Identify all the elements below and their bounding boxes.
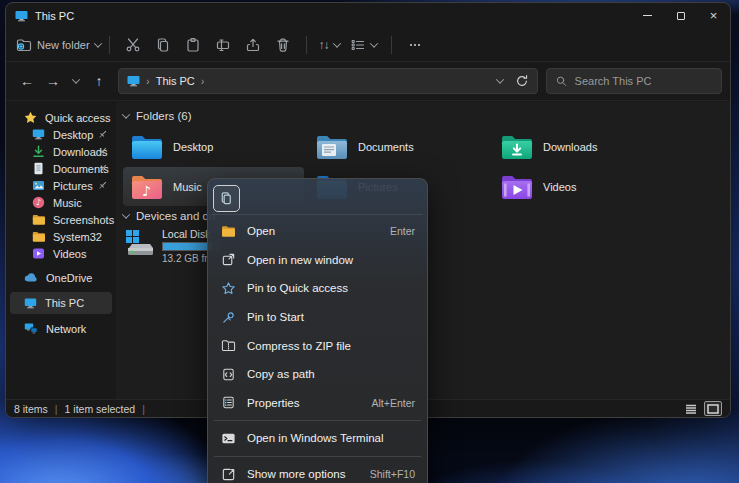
maximize-button[interactable] bbox=[664, 3, 697, 28]
folder-tile-downloads[interactable]: Downloads bbox=[493, 127, 674, 166]
rename-icon bbox=[215, 37, 231, 53]
pictures-icon bbox=[32, 179, 45, 192]
paste-icon bbox=[185, 37, 201, 53]
sidebar-item-quick-access[interactable]: Quick access bbox=[6, 109, 116, 126]
sidebar-item-onedrive[interactable]: OneDrive bbox=[6, 269, 116, 286]
recent-locations-button[interactable] bbox=[66, 68, 86, 94]
this-pc-icon bbox=[24, 297, 37, 310]
desktop: { "colors": { "accent": "#4cc2ff", "prog… bbox=[0, 0, 739, 483]
cut-button[interactable] bbox=[118, 32, 148, 58]
back-button[interactable]: ← bbox=[14, 68, 40, 94]
large-icons-view-button[interactable] bbox=[704, 401, 722, 416]
share-button[interactable] bbox=[238, 32, 268, 58]
new-folder-button[interactable]: New folder bbox=[16, 37, 101, 53]
refresh-icon[interactable] bbox=[515, 74, 529, 88]
sidebar-item-network[interactable]: Network bbox=[6, 320, 116, 337]
pin-icon bbox=[97, 129, 108, 140]
chevron-down-icon bbox=[369, 39, 377, 47]
menu-item-open[interactable]: Open Enter bbox=[212, 217, 423, 246]
search-box[interactable] bbox=[546, 68, 722, 94]
folders-section-header[interactable]: Folders (6) bbox=[123, 110, 192, 122]
command-bar: New folder ↑↓ bbox=[6, 28, 730, 62]
menu-item-open-windows-terminal[interactable]: Open in Windows Terminal bbox=[212, 424, 423, 453]
blue-folder-icon bbox=[131, 133, 163, 160]
sidebar-item-screenshots[interactable]: Screenshots bbox=[6, 211, 116, 228]
sidebar-item-this-pc[interactable]: This PC bbox=[10, 292, 112, 314]
window-title: This PC bbox=[35, 10, 74, 22]
toolbar-divider bbox=[391, 36, 392, 54]
delete-button[interactable] bbox=[268, 32, 298, 58]
chevron-down-icon bbox=[72, 75, 80, 83]
open-folder-icon bbox=[221, 224, 236, 239]
address-dropdown-chevron[interactable] bbox=[496, 75, 504, 83]
menu-item-show-more-options[interactable]: Show more options Shift+F10 bbox=[212, 460, 423, 483]
folder-tile-documents[interactable]: Documents bbox=[308, 127, 489, 166]
menu-item-compress-zip[interactable]: Compress to ZIP file bbox=[212, 331, 423, 360]
minimize-button[interactable] bbox=[631, 3, 664, 28]
details-view-icon bbox=[685, 404, 697, 414]
sort-button[interactable]: ↑↓ bbox=[319, 38, 340, 52]
sidebar-item-downloads[interactable]: Downloads bbox=[6, 143, 116, 160]
sidebar-item-pictures[interactable]: Pictures bbox=[6, 177, 116, 194]
folder-tile-videos[interactable]: Videos bbox=[493, 167, 674, 206]
desktop-icon bbox=[32, 128, 45, 141]
paste-button[interactable] bbox=[178, 32, 208, 58]
sidebar-item-system32[interactable]: System32 bbox=[6, 228, 116, 245]
status-divider: | bbox=[142, 403, 145, 415]
items-count: 8 items bbox=[14, 403, 48, 415]
rename-button[interactable] bbox=[208, 32, 238, 58]
star-icon bbox=[24, 111, 37, 124]
chevron-down-icon bbox=[93, 39, 101, 47]
close-button[interactable]: × bbox=[697, 3, 730, 28]
selection-count: 1 item selected bbox=[65, 403, 136, 415]
svg-text:♪: ♪ bbox=[142, 183, 151, 199]
downloads-folder-icon bbox=[501, 133, 533, 160]
view-icon bbox=[350, 37, 366, 53]
new-folder-label: New folder bbox=[37, 39, 90, 51]
menu-item-properties[interactable]: Properties Alt+Enter bbox=[212, 389, 423, 418]
menu-item-pin-start[interactable]: Pin to Start bbox=[212, 303, 423, 332]
copy-quick-action-button[interactable] bbox=[213, 185, 240, 212]
details-view-button[interactable] bbox=[682, 401, 700, 416]
search-input[interactable] bbox=[575, 75, 712, 87]
zip-icon bbox=[221, 338, 236, 353]
star-outline-icon bbox=[221, 281, 236, 296]
menu-separator bbox=[214, 456, 421, 457]
sidebar-item-desktop[interactable]: Desktop bbox=[6, 126, 116, 143]
local-disk-icon bbox=[123, 228, 157, 260]
menu-item-open-new-window[interactable]: Open in new window bbox=[212, 246, 423, 275]
share-icon bbox=[245, 37, 261, 53]
cut-icon bbox=[125, 37, 141, 53]
menu-item-copy-as-path[interactable]: Copy as path bbox=[212, 360, 423, 389]
sidebar-item-music[interactable]: ♪ Music bbox=[6, 194, 116, 211]
sidebar-item-documents[interactable]: Documents bbox=[6, 160, 116, 177]
videos-folder-icon bbox=[501, 173, 533, 200]
copy-button[interactable] bbox=[148, 32, 178, 58]
onedrive-cloud-icon bbox=[24, 271, 38, 284]
devices-section-header[interactable]: Devices and dri bbox=[123, 210, 215, 222]
forward-button[interactable]: → bbox=[40, 68, 66, 94]
breadcrumb[interactable]: This PC bbox=[156, 75, 195, 87]
sidebar-item-videos[interactable]: Videos bbox=[6, 245, 116, 262]
breadcrumb-chevron[interactable]: › bbox=[201, 75, 205, 87]
collapse-chevron-icon bbox=[122, 110, 130, 118]
document-icon bbox=[32, 162, 45, 175]
more-options-button[interactable] bbox=[400, 32, 430, 58]
app-monitor-icon bbox=[15, 10, 28, 22]
videos-icon bbox=[32, 247, 45, 260]
context-menu: Open Enter Open in new window Pin to Qui… bbox=[207, 178, 428, 483]
music-icon: ♪ bbox=[32, 196, 45, 209]
folder-tile-desktop[interactable]: Desktop bbox=[123, 127, 304, 166]
menu-item-pin-quick-access[interactable]: Pin to Quick access bbox=[212, 274, 423, 303]
menu-separator bbox=[214, 420, 421, 421]
navigation-pane: Quick access Desktop Downloads Documents… bbox=[6, 102, 116, 399]
collapse-chevron-icon bbox=[122, 210, 130, 218]
toolbar-divider bbox=[306, 36, 307, 54]
show-more-icon bbox=[221, 467, 236, 482]
pin-icon bbox=[97, 180, 108, 191]
view-button[interactable] bbox=[350, 37, 377, 53]
up-button[interactable]: ↑ bbox=[86, 68, 112, 94]
address-bar[interactable]: › This PC › bbox=[118, 68, 538, 94]
properties-icon bbox=[221, 395, 236, 410]
download-icon bbox=[32, 145, 45, 158]
